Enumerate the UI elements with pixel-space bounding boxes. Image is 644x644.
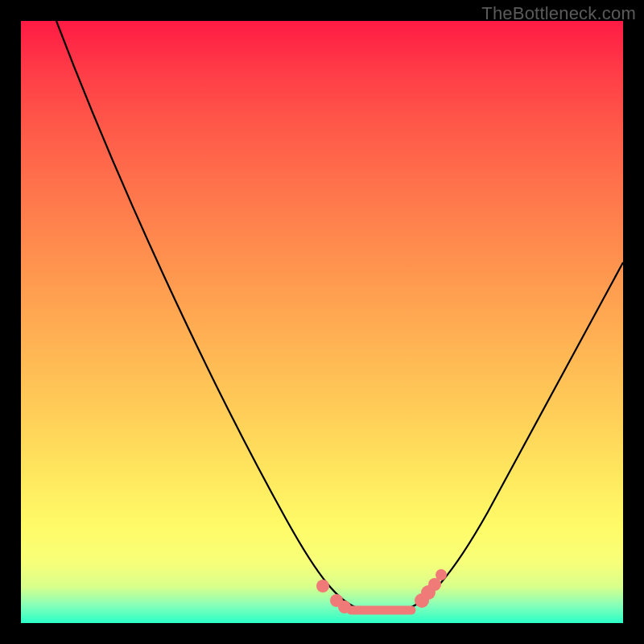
marker-dot: [338, 601, 351, 613]
curve-path: [56, 21, 623, 609]
marker-dot: [316, 580, 329, 592]
chart-plot-area: [21, 21, 623, 623]
marker-dot: [436, 569, 447, 580]
bottleneck-curve: [21, 21, 623, 623]
watermark-text: TheBottleneck.com: [481, 3, 636, 24]
